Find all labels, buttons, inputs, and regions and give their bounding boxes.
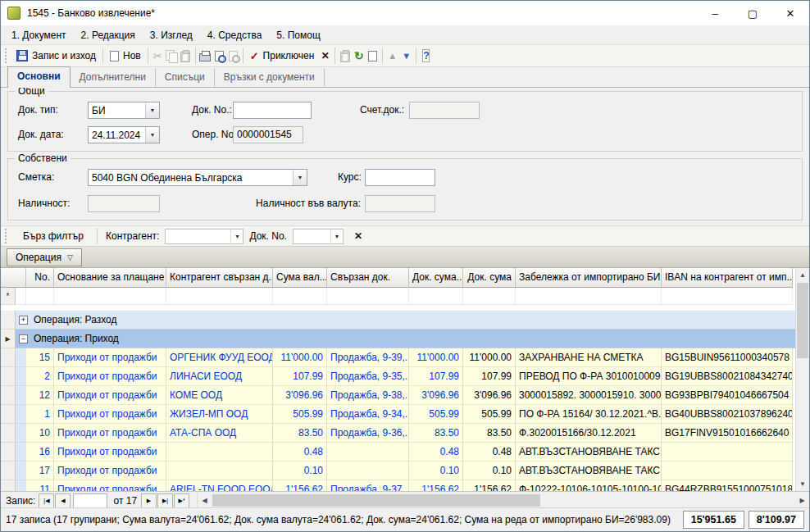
table-row[interactable]: 17Приходи от продажби0.100.100.10АВТ.ВЪЗ… (1, 462, 795, 480)
new-row-cell[interactable] (463, 288, 516, 305)
horizontal-scrollbar[interactable]: ◀ ▶ (197, 493, 809, 507)
cell-basis[interactable]: Приходи от продажби (54, 405, 166, 424)
new-row-cell[interactable] (409, 288, 463, 305)
menu-item[interactable]: 4. Средства (200, 25, 270, 44)
cell-no[interactable]: 15 (26, 348, 54, 367)
cell-linked[interactable]: Продажба, 9-38,.. (327, 386, 409, 405)
menu-item[interactable]: 2. Редакция (74, 25, 143, 44)
copy-button[interactable] (165, 49, 179, 63)
cell-doc_amount_cur[interactable]: 505.99 (409, 405, 463, 424)
new-button[interactable]: Нов (106, 47, 145, 65)
cell-iban[interactable] (662, 443, 793, 462)
uncomplete-button[interactable]: ✕ (318, 49, 332, 63)
acct-doc-input[interactable] (409, 102, 480, 119)
column-header[interactable]: Контрагент свързан д... (166, 268, 273, 288)
cell-linked[interactable]: Продажба, 9-39,.. (327, 348, 409, 367)
filter-contragent-combo[interactable]: ▼ (165, 229, 243, 244)
table-row[interactable]: 1Приходи от продажбиЖИЗЕЛ-МП ООД505.99Пр… (1, 405, 795, 424)
cell-amount[interactable]: 107.99 (273, 367, 327, 386)
cell-basis[interactable]: Приходи от продажби (54, 386, 166, 405)
dropdown-icon[interactable]: ▼ (330, 230, 343, 243)
cell-no[interactable]: 16 (26, 443, 54, 462)
collapse-icon[interactable]: − (19, 334, 28, 343)
cell-note[interactable]: ЗАХРАНВАНЕ НА СМЕТКА (516, 348, 662, 367)
cell-linked[interactable] (327, 462, 409, 480)
cell-amount[interactable]: 3'096.96 (273, 386, 327, 405)
cell-contragent[interactable] (166, 462, 273, 480)
cell-linked[interactable] (327, 443, 409, 462)
cell-contragent[interactable]: ARIEL-TN FOOD ЕООД (166, 480, 273, 491)
cell-doc_amount[interactable]: 1'156.62 (463, 480, 516, 491)
cell-doc_amount[interactable]: 83.50 (463, 424, 516, 443)
cell-basis[interactable]: Приходи от продажби (54, 443, 166, 462)
completed-button[interactable]: ✓ Приключен (246, 47, 319, 65)
cell-contragent[interactable]: ЖИЗЕЛ-МП ООД (166, 405, 273, 424)
cell-doc_amount_cur[interactable]: 0.48 (409, 443, 463, 462)
column-header[interactable]: IBAN на контрагент от имп... (662, 268, 793, 288)
expand-icon[interactable]: + (19, 316, 28, 325)
cell-note[interactable]: ПРЕВОД ПО Ф-РА 3010010009^... (516, 367, 662, 386)
cell-linked[interactable]: Продажба, 9-37... (327, 480, 409, 491)
vertical-scrollbar[interactable]: ▲ ▼ (795, 268, 809, 491)
cell-basis[interactable]: Приходи от продажби (54, 424, 166, 443)
cell-iban[interactable] (662, 462, 793, 480)
menu-item[interactable]: 1. Документ (4, 25, 74, 44)
cell-contragent[interactable]: ОРГЕНИК ФУУД ЕООД (166, 348, 273, 367)
cell-contragent[interactable]: ЛИНАСИ ЕООД (166, 367, 273, 386)
help-button[interactable]: ? (419, 49, 433, 63)
tab-Списъци[interactable]: Списъци (156, 68, 215, 87)
cell-doc_amount[interactable]: 3'096.96 (463, 386, 516, 405)
cell-contragent[interactable] (166, 443, 273, 462)
scroll-down-icon[interactable]: ▼ (796, 477, 809, 491)
cell-amount[interactable]: 505.99 (273, 405, 327, 424)
oper-no-input[interactable]: 0000001545 (233, 126, 303, 143)
cell-amount[interactable]: 11'000.00 (273, 348, 327, 367)
cell-basis[interactable]: Приходи от продажби (54, 462, 166, 480)
maximize-button[interactable]: ▢ (734, 1, 771, 25)
cell-doc_amount[interactable]: 0.48 (463, 443, 516, 462)
table-row[interactable]: 15Приходи от продажбиОРГЕНИК ФУУД ЕООД11… (1, 348, 795, 367)
cut-button[interactable]: ✂ (151, 49, 165, 63)
filter-doc-no-combo[interactable]: ▼ (293, 229, 344, 244)
cell-doc_amount_cur[interactable]: 1'156.62 (409, 480, 463, 491)
cell-no[interactable]: 1 (26, 405, 54, 424)
blank-document-button[interactable] (366, 49, 380, 63)
column-header[interactable]: Док. сума (463, 268, 516, 288)
dropdown-icon[interactable]: ▼ (145, 127, 159, 143)
import-button[interactable] (338, 49, 352, 63)
last-record-button[interactable]: ▶| (157, 493, 173, 508)
refresh-button[interactable]: ↻ (352, 49, 366, 63)
cell-note[interactable]: 3000015892. 3000015910. 300001... (516, 386, 662, 405)
quick-filter-button[interactable]: Бърз филтър (18, 229, 89, 243)
cell-amount[interactable]: 83.50 (273, 424, 327, 443)
column-header[interactable]: Забележка от импортирано БИ (516, 268, 662, 288)
dropdown-icon[interactable]: ▼ (230, 230, 243, 243)
cell-iban[interactable]: BG40UBBS80021037896240 (662, 405, 793, 424)
cell-iban[interactable]: BG17FINV91501016662640 (662, 424, 793, 443)
scroll-up-icon[interactable]: ▲ (796, 268, 809, 282)
cell-linked[interactable]: Продажба, 9-36,.. (327, 424, 409, 443)
cell-note[interactable]: Ф.3020015166/30.12.2021 (516, 424, 662, 443)
column-header[interactable]: Основание за плащане (54, 268, 166, 288)
move-up-button[interactable]: ▲ (385, 49, 399, 63)
cell-no[interactable]: 17 (26, 462, 54, 480)
new-row-cell[interactable] (26, 288, 54, 305)
cell-doc_amount_cur[interactable]: 11'000.00 (409, 348, 463, 367)
first-record-button[interactable]: |◀ (39, 493, 54, 508)
table-row[interactable]: 16Приходи от продажби0.480.480.48АВТ.ВЪЗ… (1, 443, 795, 462)
cell-amount[interactable]: 1'156.62 (273, 480, 327, 491)
previous-record-button[interactable]: ◀ (55, 493, 71, 508)
cell-iban[interactable]: BG93BPBI79401046667504 (662, 386, 793, 405)
tab-Допълнителни[interactable]: Допълнителни (71, 68, 156, 87)
cell-basis[interactable]: Приходи от продажби (54, 480, 166, 491)
scroll-left-icon[interactable]: ◀ (198, 493, 212, 507)
new-row[interactable]: * (1, 288, 795, 305)
new-row-cell[interactable] (327, 288, 409, 305)
cell-no[interactable]: 2 (26, 367, 54, 386)
table-row[interactable]: 10Приходи от продажбиАТА-СПА ООД83.50Про… (1, 424, 795, 443)
next-record-button[interactable]: ▶ (141, 493, 157, 508)
new-row-cell[interactable] (662, 288, 793, 305)
group-by-chip-operation[interactable]: Операция ▽ (7, 248, 82, 266)
cell-note[interactable]: Ф-10222-10106-10105-10100-1014... (516, 480, 662, 491)
table-row[interactable]: 11Приходи от продажбиARIEL-TN FOOD ЕООД1… (1, 480, 795, 491)
